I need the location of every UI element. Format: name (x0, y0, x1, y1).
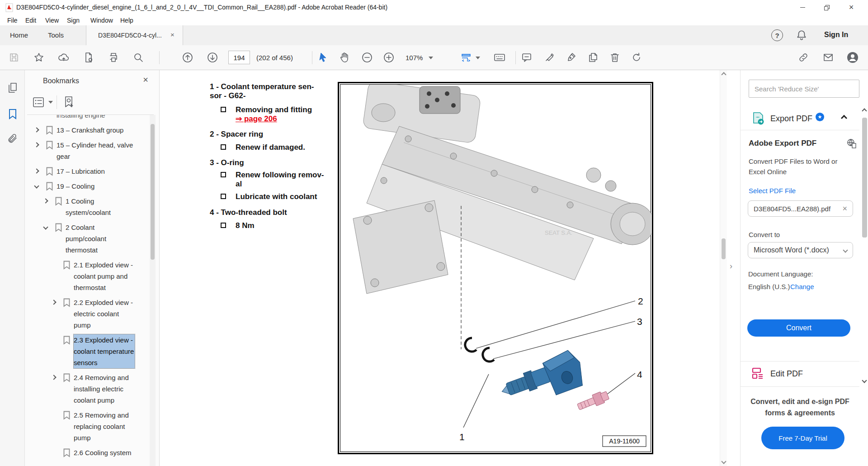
tools-panel-scrollbar[interactable] (861, 70, 868, 466)
collapse-right-panel-icon[interactable]: › (730, 262, 732, 271)
tools-scrollbar-thumb[interactable] (862, 118, 867, 238)
chevron-down-icon[interactable] (34, 183, 39, 188)
chevron-down-icon[interactable] (43, 224, 48, 229)
menu-sign[interactable]: Sign (65, 16, 81, 25)
read-mode-button[interactable] (492, 50, 507, 65)
envelope-icon (823, 52, 834, 63)
bookmark-item[interactable]: 2.1 Exploded view - coolant pump and the… (35, 259, 150, 293)
comment-button[interactable] (519, 50, 534, 65)
sign-in-button[interactable]: Sign In (824, 31, 848, 39)
tab-home[interactable]: Home (10, 31, 28, 39)
bookmark-icon (63, 373, 71, 382)
scroll-down-icon[interactable] (721, 459, 726, 464)
print-button[interactable] (106, 50, 121, 65)
bookmarks-options-button[interactable] (33, 96, 45, 110)
free-trial-button[interactable]: Free 7-Day Trial (761, 427, 844, 449)
chevron-right-icon[interactable] (51, 300, 56, 304)
document-scrollbar-thumb[interactable] (722, 238, 726, 259)
bookmark-item[interactable]: 19 – Cooling (35, 181, 150, 192)
change-language-link[interactable]: Change (790, 283, 814, 290)
menu-view[interactable]: View (43, 16, 61, 25)
bookmark-item[interactable]: 2 Coolant pump/coolant thermostat (35, 222, 150, 256)
scroll-down-icon[interactable] (862, 378, 867, 383)
bookmark-item-selected[interactable]: 2.3 Exploded view - coolant temperature … (35, 334, 150, 368)
bookmark-icon (63, 298, 71, 307)
minimize-button[interactable] (792, 0, 813, 15)
export-file-button[interactable] (81, 50, 96, 65)
pdf-page-link[interactable]: ⇒ page 206 (236, 114, 277, 124)
delete-button[interactable] (607, 50, 623, 65)
minimize-icon (800, 7, 805, 8)
find-current-bookmark-button[interactable] (62, 95, 75, 111)
bookmarks-scrollbar-thumb[interactable] (151, 124, 155, 260)
menu-edit[interactable]: Edit (24, 16, 38, 25)
find-button[interactable] (131, 50, 146, 65)
bookmark-item[interactable]: 13 – Crankshaft group (35, 124, 150, 136)
zoom-caret-down-icon[interactable] (429, 57, 433, 59)
tools-search-input[interactable] (749, 80, 859, 98)
page-thumbnails-button[interactable] (5, 80, 20, 95)
tab-tools[interactable]: Tools (48, 31, 64, 39)
bookmark-item[interactable]: 2.6 Cooling system (35, 447, 150, 458)
hand-tool-button[interactable] (337, 50, 352, 65)
rotate-button[interactable] (629, 50, 644, 65)
notifications-bell-icon[interactable] (796, 29, 807, 41)
comment-bubble-icon (521, 52, 532, 63)
menu-help[interactable]: Help (118, 16, 135, 25)
share-link-button[interactable] (796, 50, 811, 65)
chevron-right-icon[interactable] (34, 127, 39, 132)
bookmark-item[interactable]: 2.2 Exploded view - electric coolant pum… (35, 297, 150, 331)
menu-file[interactable]: File (5, 16, 19, 25)
chevron-right-icon[interactable] (51, 375, 56, 380)
bookmark-item[interactable]: 2.5 Removing and replacing coolant pump (35, 409, 150, 443)
select-pdf-file-link[interactable]: Select PDF File (749, 187, 796, 195)
stamp-pages-button[interactable] (585, 50, 601, 65)
next-page-button[interactable] (205, 50, 220, 65)
highlight-button[interactable] (542, 50, 557, 65)
convert-button[interactable]: Convert (747, 319, 850, 337)
zoom-out-button[interactable] (359, 50, 375, 65)
document-scrollbar[interactable] (720, 70, 727, 466)
threaded-bolt-part (576, 390, 610, 412)
bookmarks-panel-button[interactable] (5, 106, 20, 122)
bookmark-item[interactable]: 2.4 Removing and installing electric coo… (35, 372, 150, 406)
chevron-right-icon[interactable] (34, 168, 39, 173)
restore-button[interactable] (816, 0, 837, 15)
scroll-up-icon[interactable] (721, 72, 726, 77)
toolbar-separator (159, 51, 160, 64)
zoom-in-button[interactable] (381, 50, 396, 65)
share-cloud-button[interactable] (56, 50, 71, 65)
collapse-section-icon[interactable] (841, 115, 847, 121)
bookmarks-scrollbar[interactable] (150, 115, 156, 466)
chevron-right-icon[interactable] (34, 142, 39, 147)
tab-close-icon[interactable]: × (170, 31, 175, 38)
chevron-right-icon[interactable] (43, 198, 48, 203)
help-icon[interactable]: ? (771, 29, 783, 41)
bookmark-item[interactable]: 17 – Lubrication (35, 166, 150, 177)
figure-drawing: SEAT S.A. (340, 85, 651, 452)
zoom-level-value[interactable]: 107% (406, 54, 423, 62)
bookmark-item[interactable]: 15 – Cylinder head, valve gear (35, 139, 150, 162)
clear-file-icon[interactable]: × (842, 204, 847, 214)
selected-file-chip[interactable]: D3E804FD5...EA288).pdf × (748, 200, 853, 217)
select-tool-button[interactable] (316, 50, 331, 65)
fit-width-button[interactable] (458, 50, 474, 65)
bookmark-item[interactable]: 1 Cooling system/coolant (35, 195, 150, 218)
save-button[interactable] (6, 50, 22, 65)
star-button[interactable] (31, 50, 47, 65)
previous-page-button[interactable] (180, 50, 195, 65)
account-button[interactable] (845, 50, 860, 65)
menu-window[interactable]: Window (89, 16, 115, 25)
close-button[interactable]: × (841, 0, 862, 15)
tab-document[interactable]: D3E804FD5C0-4-cyl... × (86, 25, 183, 45)
scroll-up-icon[interactable] (862, 108, 867, 113)
fill-sign-button[interactable] (563, 50, 579, 65)
bookmark-item[interactable]: installing engine (35, 115, 150, 121)
page-number-input[interactable] (228, 51, 250, 64)
bookmarks-close-icon[interactable]: × (140, 75, 151, 86)
convert-format-dropdown[interactable]: Microsoft Word (*.docx) (748, 242, 853, 258)
attachments-button[interactable] (5, 131, 20, 146)
email-button[interactable] (821, 50, 836, 65)
options-caret-icon[interactable] (48, 101, 53, 104)
fit-width-caret-icon[interactable] (476, 57, 480, 59)
